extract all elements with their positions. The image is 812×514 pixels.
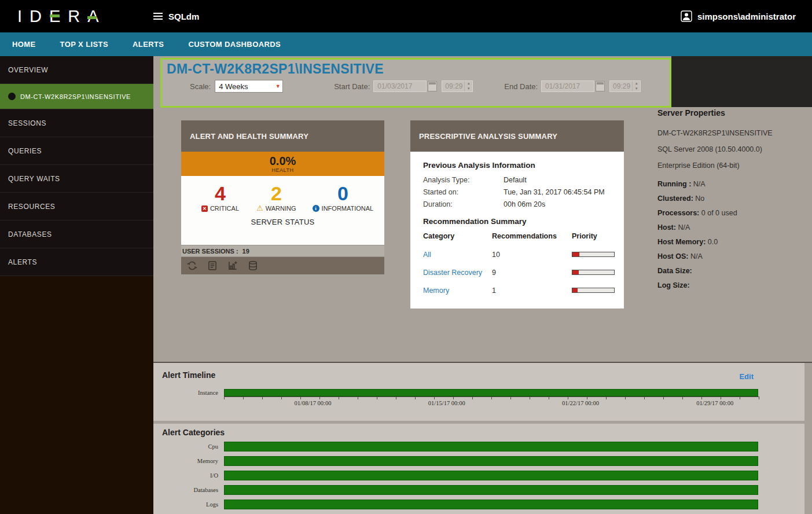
start-time-value: 09:29	[442, 81, 464, 91]
start-time-input[interactable]: 09:29 ▲▼	[442, 80, 473, 92]
running-property: Running : N/A	[657, 177, 812, 192]
started-on-label: Started on:	[423, 188, 504, 196]
end-date-input[interactable]: 01/31/2017	[541, 80, 594, 92]
host-memory-property: Host Memory: 0.0	[657, 235, 812, 249]
app-name: SQLdm	[168, 12, 199, 21]
sidebar-item-resources[interactable]: RESOURCES	[0, 193, 153, 221]
info-icon: i	[313, 205, 319, 212]
alert-timeline-title: Alert Timeline	[153, 370, 804, 380]
calendar-icon[interactable]	[596, 81, 605, 91]
sidebar-filler	[0, 276, 153, 514]
sidebar-item-query-waits[interactable]: QUERY WAITS	[0, 165, 153, 193]
sidebar-item-instance-selected[interactable]: DM-CT-W2K8R2SP1\INSENSITIVE	[0, 84, 153, 109]
tick-label: 01/15/17 00:00	[428, 400, 465, 406]
refresh-icon[interactable]	[186, 260, 198, 271]
nav-home[interactable]: HOME	[0, 32, 48, 56]
main-nav: HOME TOP X LISTS ALERTS CUSTOM DASHBOARD…	[0, 32, 812, 56]
alert-timeline-panel: Alert Timeline Edit Instance 01/08/17 00…	[153, 363, 804, 421]
timeline-tick-labels: 01/08/17 00:00 01/15/17 00:00 01/22/17 0…	[224, 399, 759, 407]
user-sessions-value: 19	[243, 248, 249, 255]
app-title-area: SQLdm	[153, 12, 199, 21]
end-date-label: End Date:	[504, 82, 538, 91]
report-icon[interactable]	[207, 260, 218, 271]
informational-label: INFORMATIONAL	[322, 205, 374, 212]
category-link-disaster-recovery[interactable]: Disaster Recovery	[423, 269, 482, 277]
host-os-property: Host OS: N/A	[657, 249, 812, 264]
warning-count: 2	[271, 183, 282, 204]
recommendations-count: 10	[492, 245, 572, 263]
idera-logo: IDERA	[17, 7, 136, 26]
sidebar-item-queries[interactable]: QUERIES	[0, 137, 153, 165]
health-band: 0.0% HEALTH	[181, 152, 384, 176]
analysis-type-label: Analysis Type:	[423, 176, 504, 184]
category-link-all[interactable]: All	[423, 251, 431, 259]
nav-top-x-lists[interactable]: TOP X LISTS	[48, 32, 120, 56]
alert-health-summary-card: ALERT AND HEALTH SUMMARY 0.0% HEALTH 4 ✕…	[181, 120, 384, 309]
processors-property: Processors: 0 of 0 used	[657, 206, 812, 221]
log-size-property: Log Size:	[657, 278, 812, 293]
database-icon[interactable]	[247, 260, 259, 271]
end-time-stepper[interactable]: ▲▼	[632, 81, 640, 91]
analysis-type-value: Default	[504, 176, 613, 184]
server-status-label: SERVER STATUS	[181, 218, 384, 226]
end-time-value: 09:29	[610, 81, 632, 91]
instance-title: DM-CT-W2K8R2SP1\INSENSITIVE	[167, 61, 670, 77]
col-header-category: Category	[423, 232, 492, 245]
category-bar-cpu	[224, 442, 758, 451]
edit-link[interactable]: Edit	[739, 372, 754, 381]
recommendation-table: Category Recommendations Priority All 10…	[423, 232, 613, 299]
previous-analysis-heading: Previous Analysis Information	[423, 161, 613, 170]
alert-counts: 4 ✕ CRITICAL 2 ⚠ WARNING	[181, 176, 384, 245]
prescriptive-card-title: PRESCRIPTIVE ANALYSIS SUMMARY	[410, 120, 624, 152]
scale-label: Scale:	[190, 82, 211, 91]
host-property: Host: N/A	[657, 221, 812, 235]
category-bar-logs	[224, 500, 758, 509]
sidebar-item-sessions[interactable]: SESSIONS	[0, 109, 153, 137]
calendar-icon[interactable]	[428, 81, 437, 91]
clustered-property: Clustered: No	[657, 192, 812, 206]
server-name: DM-CT-W2K8R2SP1\INSENSITIVE	[657, 125, 812, 141]
category-link-memory[interactable]: Memory	[423, 287, 449, 295]
end-time-input[interactable]: 09:29 ▲▼	[609, 80, 641, 92]
sidebar-item-alerts[interactable]: ALERTS	[0, 248, 153, 276]
tick-label: 01/22/17 00:00	[562, 400, 599, 406]
sidebar-item-databases[interactable]: DATABASES	[0, 221, 153, 248]
server-properties-title: Server Properties	[657, 108, 812, 118]
nav-alerts[interactable]: ALERTS	[120, 32, 176, 56]
alert-categories-title: Alert Categories	[153, 428, 804, 437]
start-time-stepper[interactable]: ▲▼	[464, 81, 472, 91]
recommendations-count: 1	[492, 281, 572, 299]
critical-stat[interactable]: 4 ✕ CRITICAL	[189, 183, 251, 212]
health-percentage: 0.0%	[270, 155, 296, 167]
nav-custom-dashboards[interactable]: CUSTOM DASHBOARDS	[176, 32, 293, 56]
overview-dashboard: DM-CT-W2K8R2SP1\INSENSITIVE Scale: 4 Wee…	[153, 56, 812, 362]
analysis-info: Analysis Type: Default Started on: Tue, …	[423, 176, 613, 208]
warning-stat[interactable]: 2 ⚠ WARNING	[251, 183, 302, 212]
category-row-label-databases: Databases	[153, 487, 224, 493]
top-bar: IDERA SQLdm simpsons\administrator	[0, 0, 812, 32]
col-header-recommendations: Recommendations	[492, 232, 572, 245]
logo-green-dash	[50, 14, 60, 17]
chart-add-icon[interactable]	[227, 260, 238, 271]
tick-label: 01/29/17 00:00	[696, 400, 733, 406]
menu-icon[interactable]	[153, 13, 163, 20]
chevron-down-icon: ▼	[273, 83, 282, 89]
scale-value: 4 Weeks	[215, 82, 273, 91]
server-properties-panel: Server Properties DM-CT-W2K8R2SP1\INSENS…	[650, 56, 812, 362]
tick-label: 01/08/17 00:00	[295, 400, 332, 406]
duration-label: Duration:	[423, 200, 504, 208]
scale-select[interactable]: 4 Weeks ▼	[215, 80, 283, 93]
user-menu[interactable]: simpsons\administrator	[681, 10, 796, 22]
user-sessions-label: USER SESSIONS :	[182, 248, 238, 255]
alert-categories-panel: Alert Categories Cpu Memory I/O Database…	[153, 424, 804, 514]
card-toolbar	[181, 257, 384, 274]
alert-health-card-title: ALERT AND HEALTH SUMMARY	[181, 120, 384, 152]
start-date-input[interactable]: 01/03/2017	[373, 80, 427, 92]
informational-count: 0	[337, 183, 348, 204]
category-bar-io	[224, 471, 758, 480]
critical-count: 4	[215, 183, 226, 204]
prescriptive-analysis-card: PRESCRIPTIVE ANALYSIS SUMMARY Previous A…	[410, 120, 624, 309]
sidebar-item-overview[interactable]: OVERVIEW	[0, 56, 153, 84]
data-size-property: Data Size:	[657, 264, 812, 278]
informational-stat[interactable]: 0 i INFORMATIONAL	[302, 183, 384, 212]
